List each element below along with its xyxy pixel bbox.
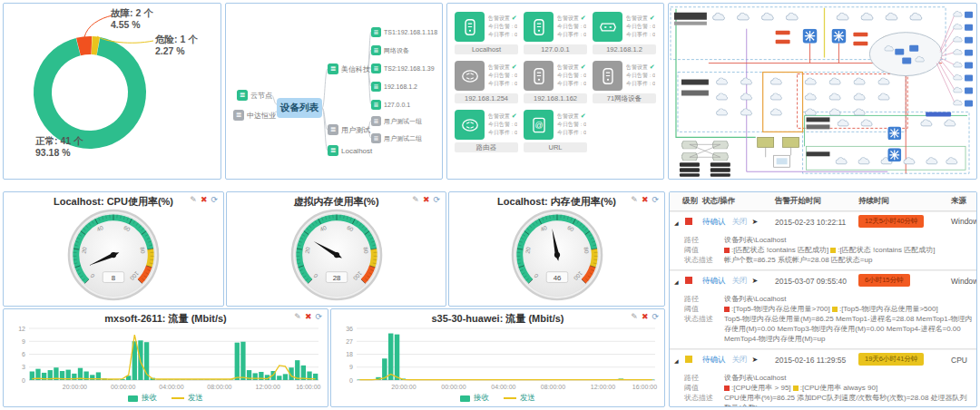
- recv-swatch-icon: [460, 395, 470, 402]
- router-icon: [455, 110, 485, 140]
- tree-node-label: Localhost: [341, 147, 372, 155]
- expand-toggle-icon[interactable]: ◢: [670, 220, 679, 226]
- refresh-icon[interactable]: ⟳: [652, 312, 659, 322]
- tree-node-label: TS2:192.168.1.39: [384, 65, 435, 72]
- refresh-icon[interactable]: ⟳: [433, 195, 440, 205]
- close-icon[interactable]: ✖: [423, 195, 430, 205]
- device-card-stats: 告警设置 ✔今日告警 : 0今日事件 : 0: [557, 110, 586, 140]
- tree-root-device-list[interactable]: 设备列表: [277, 98, 322, 118]
- alert-level-badge: [685, 356, 692, 363]
- traffic-chart-panel-mxsoft: mxsoft-2611: 流量 (Mbit/s) ✎ ✖ ⟳ 03691220:…: [3, 308, 328, 407]
- device-tree-panel: ≣云节点≣中达恒业设备列表≣美信科技≣用户测试≣Localhost≣TS1:19…: [225, 3, 443, 180]
- donut-label-danger: 危险: 1 个2.27 %: [155, 34, 198, 57]
- svg-text:04:00:00: 04:00:00: [159, 384, 183, 390]
- device-card[interactable]: 告警设置 ✔今日告警 : 0今日事件 : 0Localhost: [455, 12, 518, 54]
- svg-text:08:00:00: 08:00:00: [207, 384, 231, 390]
- forward-icon[interactable]: ➤: [752, 277, 759, 285]
- svg-text:12: 12: [18, 326, 25, 332]
- edit-icon[interactable]: ✎: [412, 195, 419, 205]
- topology-diagram: [669, 4, 976, 179]
- device-card-stats: 告警设置 ✔今日告警 : 0今日事件 : 0: [488, 12, 517, 42]
- tree-child-node[interactable]: ≣用户测试一组: [371, 116, 422, 126]
- svg-text:04:00:00: 04:00:00: [491, 384, 515, 390]
- device-name: 路由器: [455, 142, 518, 152]
- confirm-link[interactable]: 待确认: [702, 217, 726, 226]
- alert-start-time: 2015-03-07 09:55:40: [775, 277, 847, 286]
- svg-text:28: 28: [332, 274, 340, 282]
- tree-branch-node[interactable]: ≣Localhost: [328, 145, 372, 156]
- tree-node-group[interactable]: ≣中达恒业: [233, 110, 276, 121]
- close-icon[interactable]: ✖: [201, 195, 208, 205]
- refresh-icon[interactable]: ⟳: [211, 195, 218, 205]
- svg-text:36: 36: [346, 326, 353, 332]
- close-link[interactable]: 关闭: [732, 355, 748, 364]
- forward-icon[interactable]: ➤: [752, 218, 759, 226]
- tree-node-label: 用户测试: [341, 125, 370, 135]
- tree-branch-node[interactable]: ≣美信科技: [328, 63, 370, 74]
- edit-icon[interactable]: ✎: [631, 312, 638, 322]
- refresh-icon[interactable]: ⟳: [315, 312, 322, 322]
- device-card[interactable]: 告警设置 ✔今日告警 : 0今日事件 : 0192.168.1.254: [455, 61, 518, 103]
- close-link[interactable]: 关闭: [732, 217, 748, 226]
- refresh-icon[interactable]: ⟳: [652, 195, 659, 205]
- svg-text:0: 0: [22, 377, 25, 384]
- alert-row: ◢待确认关闭➤2015-03-07 09:55:406小时15分钟Windows…: [670, 270, 976, 291]
- device-card-stats: 告警设置 ✔今日告警 : 0今日事件 : 0: [626, 61, 655, 91]
- recv-swatch-icon: [128, 395, 138, 402]
- expand-toggle-icon[interactable]: ◢: [670, 279, 679, 285]
- monitoring-dashboard: 故障: 2 个4.55 % 危险: 1 个2.27 % 正常: 41 个93.1…: [0, 0, 980, 410]
- close-icon[interactable]: ✖: [642, 195, 649, 205]
- device-cards-grid: 告警设置 ✔今日告警 : 0今日事件 : 0Localhost告警设置 ✔今日告…: [447, 4, 663, 161]
- device-group-icon: ≣: [237, 90, 248, 101]
- alert-row: ◢待确认关闭➤2015-02-16 11:29:5519天6小时41分钟CPU: [670, 349, 976, 370]
- confirm-link[interactable]: 待确认: [702, 276, 726, 285]
- confirm-link[interactable]: 待确认: [702, 355, 726, 364]
- device-card-stats: 告警设置 ✔今日告警 : 0今日事件 : 0: [557, 12, 586, 42]
- device-card[interactable]: 告警设置 ✔今日告警 : 0今日事件 : 0URL: [524, 110, 587, 152]
- edit-icon[interactable]: ✎: [631, 195, 638, 205]
- svg-text:46: 46: [553, 274, 561, 282]
- tree-child-node[interactable]: ≣192.168.1.2: [371, 82, 417, 92]
- device-card[interactable]: 告警设置 ✔今日告警 : 0今日事件 : 0192.168.1.162: [524, 61, 587, 103]
- device-card[interactable]: 告警设置 ✔今日告警 : 0今日事件 : 0192.168.1.2: [593, 12, 656, 54]
- close-link[interactable]: 关闭: [732, 276, 748, 285]
- forward-icon[interactable]: ➤: [752, 356, 759, 364]
- legend-send[interactable]: 发送: [172, 393, 203, 404]
- expand-toggle-icon[interactable]: ◢: [670, 358, 679, 364]
- tree-node-cloud[interactable]: ≣云节点: [237, 90, 272, 101]
- alert-detail: 路径设备列表\Localhost阈值:[Top5-物理内存总使用量>700] :…: [670, 291, 976, 349]
- gauge-panel-cpu: Localhost: CPU使用率(%) ✎ ✖ ⟳ 0204060801008: [3, 191, 224, 307]
- tree-branch-node[interactable]: ≣用户测试: [328, 124, 370, 135]
- tree-node-label: 中达恒业: [247, 111, 276, 121]
- server-icon: [455, 12, 485, 42]
- device-status-donut-panel: 故障: 2 个4.55 % 危险: 1 个2.27 % 正常: 41 个93.1…: [3, 3, 221, 180]
- memory-gauge: 02040608010046: [449, 209, 664, 306]
- device-card[interactable]: 告警设置 ✔今日告警 : 0今日事件 : 071网络设备: [593, 61, 656, 103]
- device-group-icon: ≣: [371, 27, 381, 37]
- duration-badge: 6小时15分钟: [858, 274, 910, 287]
- close-icon[interactable]: ✖: [642, 312, 649, 322]
- device-name: 192.168.1.2: [593, 44, 656, 54]
- device-group-icon: ≣: [371, 100, 381, 110]
- legend-send[interactable]: 发送: [504, 393, 535, 404]
- device-group-icon: ≣: [328, 124, 338, 135]
- alert-level-badge: [685, 277, 692, 284]
- edit-icon[interactable]: ✎: [190, 195, 197, 205]
- legend-recv[interactable]: 接收: [128, 393, 157, 404]
- tree-child-node[interactable]: ≣用户测试二组: [371, 133, 422, 143]
- legend-recv[interactable]: 接收: [460, 393, 489, 404]
- svg-text:9: 9: [349, 364, 353, 370]
- device-group-icon: ≣: [233, 110, 244, 121]
- device-card[interactable]: 告警设置 ✔今日告警 : 0今日事件 : 0路由器: [455, 110, 518, 152]
- tree-child-node[interactable]: ≣TS2:192.168.1.39: [371, 63, 435, 73]
- threshold-red-icon: [724, 386, 730, 391]
- tree-child-node[interactable]: ≣网络设备: [371, 45, 409, 55]
- alert-source: Windows PhyMemTop5: [951, 277, 976, 286]
- tree-child-node[interactable]: ≣TS1:192.168.1.118: [371, 27, 437, 37]
- svg-text:3: 3: [22, 364, 25, 370]
- close-icon[interactable]: ✖: [305, 312, 312, 322]
- device-card[interactable]: 告警设置 ✔今日告警 : 0今日事件 : 0127.0.0.1: [524, 12, 587, 54]
- svg-text:27: 27: [346, 338, 353, 345]
- edit-icon[interactable]: ✎: [294, 312, 301, 322]
- tree-child-node[interactable]: ≣127.0.0.1: [371, 100, 410, 110]
